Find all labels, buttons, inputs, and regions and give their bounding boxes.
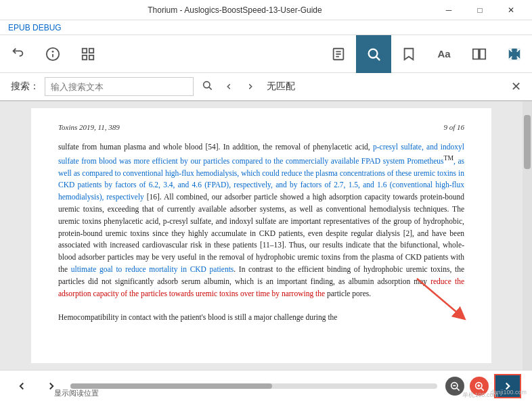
search-close-button[interactable]: ✕: [511, 79, 521, 94]
window-controls: ─ □ ✕: [433, 0, 527, 20]
bottombar: 显示阅读位置 单机100.com danji100.com: [0, 370, 532, 401]
page-number: 9 of 16: [443, 122, 464, 133]
page-meta: Toxins 2019, 11, 389 9 of 16: [58, 122, 464, 133]
page-content: Toxins 2019, 11, 389 9 of 16 sulfate fro…: [31, 108, 491, 363]
window-title: Thorium - Auslogics-BoostSpeed-13-User-G…: [37, 5, 433, 15]
back-button[interactable]: [0, 35, 35, 73]
fullscreen-button[interactable]: [497, 35, 532, 73]
svg-line-18: [457, 388, 460, 391]
minimize-button[interactable]: ─: [433, 0, 464, 20]
titlebar: Thorium - Auslogics-BoostSpeed-13-User-G…: [0, 0, 532, 20]
search-bar: 搜索： 无匹配 ✕: [0, 73, 532, 101]
scrollbar-thumb[interactable]: [524, 115, 531, 169]
main-area: Toxins 2019, 11, 389 9 of 16 sulfate fro…: [0, 101, 532, 370]
svg-line-15: [209, 87, 212, 90]
close-button[interactable]: ✕: [495, 0, 527, 20]
page-text: sulfate from human plasma and whole bloo…: [58, 141, 464, 324]
journal-info: Toxins 2019, 11, 389: [58, 122, 120, 133]
search-submit-button[interactable]: [199, 80, 215, 93]
content-wrapper: Toxins 2019, 11, 389 9 of 16 sulfate fro…: [0, 101, 523, 370]
svg-line-21: [481, 388, 484, 391]
scrollbar[interactable]: [523, 101, 532, 370]
svg-line-12: [376, 57, 380, 60]
prev-page-button[interactable]: [11, 375, 32, 397]
info-button[interactable]: [35, 35, 70, 73]
reading-mode-button[interactable]: [462, 35, 497, 73]
svg-rect-3: [83, 48, 87, 52]
font-button[interactable]: Aa: [426, 35, 462, 73]
page-view-button[interactable]: [321, 35, 356, 73]
search-button[interactable]: [356, 35, 391, 73]
svg-point-11: [369, 49, 378, 57]
toc-button[interactable]: [70, 35, 106, 73]
progress-bar-fill: [70, 383, 272, 389]
location-label: 显示阅读位置: [54, 388, 99, 398]
search-prev-button[interactable]: [221, 78, 237, 95]
search-input[interactable]: [51, 82, 173, 92]
search-label: 搜索：: [11, 80, 39, 93]
progress-bar[interactable]: [70, 383, 437, 389]
maximize-button[interactable]: □: [464, 0, 495, 20]
search-next-button[interactable]: [242, 78, 259, 95]
svg-point-14: [204, 82, 210, 88]
watermark2: danji100.com: [490, 389, 527, 396]
search-input-wrap: [45, 77, 194, 96]
menubar-epub-debug[interactable]: EPUB DEBUG: [5, 23, 64, 32]
menubar: EPUB DEBUG: [0, 20, 532, 35]
svg-rect-4: [89, 48, 93, 52]
bookmark-button[interactable]: [391, 35, 426, 73]
svg-rect-6: [89, 55, 93, 59]
search-no-match: 无匹配: [267, 80, 295, 93]
zoom-out-button[interactable]: [445, 377, 464, 396]
toolbar: Aa: [0, 35, 532, 73]
svg-rect-5: [83, 55, 87, 59]
